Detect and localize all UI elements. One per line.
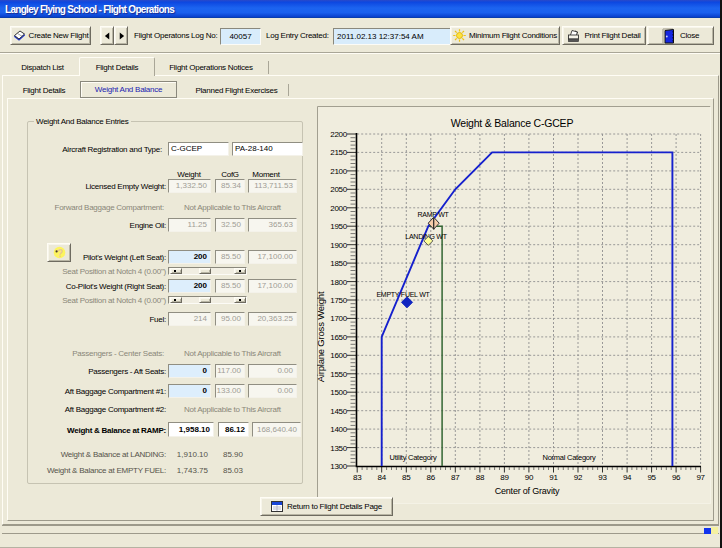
svg-text:1600: 1600 [330,351,348,360]
svg-text:1550: 1550 [330,370,348,379]
svg-text:2200: 2200 [330,130,348,139]
svg-text:83: 83 [353,473,362,482]
svg-text:1650: 1650 [330,333,348,342]
svg-text:94: 94 [623,473,632,482]
svg-text:1750: 1750 [330,296,348,305]
svg-text:86: 86 [427,473,436,482]
svg-text:1850: 1850 [330,259,348,268]
svg-text:1800: 1800 [330,278,348,287]
svg-text:Utility Category: Utility Category [390,453,437,462]
svg-text:Center of Gravity: Center of Gravity [495,486,560,496]
svg-text:Airplane Gross Weight: Airplane Gross Weight [317,291,326,382]
svg-text:89: 89 [500,473,509,482]
svg-text:88: 88 [476,473,485,482]
svg-text:Weight & Balance C-GCEP: Weight & Balance C-GCEP [451,117,574,129]
svg-text:2050: 2050 [330,185,348,194]
svg-text:1900: 1900 [330,241,348,250]
svg-text:92: 92 [574,473,583,482]
svg-text:2100: 2100 [330,167,348,176]
svg-text:EMPTY FUEL WT: EMPTY FUEL WT [376,291,430,298]
svg-text:1350: 1350 [330,444,348,453]
svg-text:95: 95 [647,473,656,482]
svg-text:96: 96 [672,473,681,482]
svg-text:2000: 2000 [330,204,348,213]
svg-text:Normal Category: Normal Category [543,453,596,462]
svg-text:1450: 1450 [330,407,348,416]
svg-text:87: 87 [451,473,460,482]
svg-text:91: 91 [549,473,558,482]
svg-text:1400: 1400 [330,425,348,434]
svg-text:90: 90 [525,473,534,482]
svg-text:85: 85 [402,473,411,482]
svg-text:1700: 1700 [330,314,348,323]
svg-text:1300: 1300 [330,462,348,471]
svg-text:84: 84 [377,473,386,482]
svg-text:97: 97 [696,473,705,482]
svg-text:2150: 2150 [330,148,348,157]
svg-text:93: 93 [598,473,607,482]
svg-text:1950: 1950 [330,222,348,231]
svg-text:1500: 1500 [330,388,348,397]
